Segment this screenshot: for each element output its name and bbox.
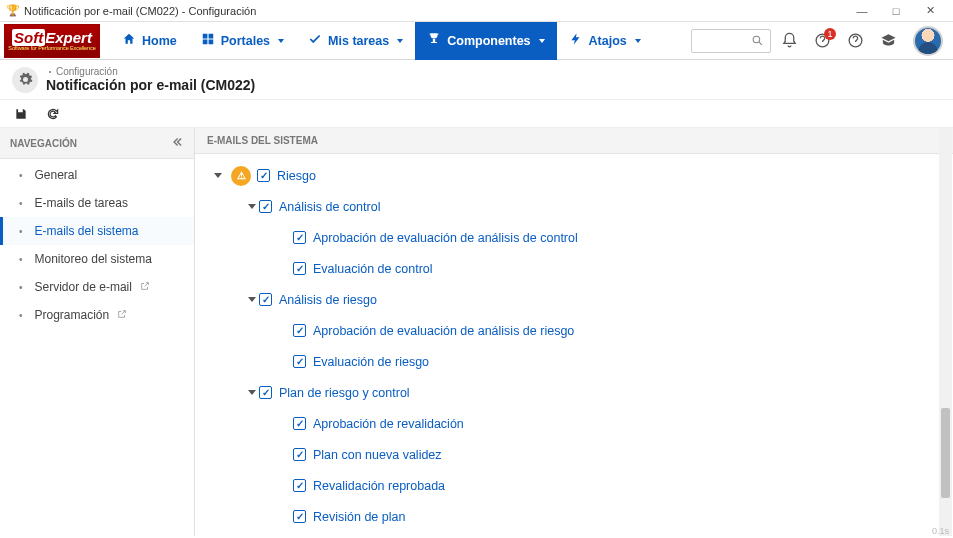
nav-componentes-label: Componentes [447, 34, 530, 48]
portal-icon [201, 32, 215, 49]
nav-atajos-label: Atajos [589, 34, 627, 48]
version-label: 0.1s [932, 526, 949, 536]
tree-label[interactable]: Revisión de plan [313, 510, 405, 524]
window-minimize-button[interactable]: — [845, 1, 879, 21]
tree-leaf-0-0: Aprobación de evaluación de análisis de … [205, 222, 943, 253]
tree-toggle[interactable] [245, 390, 259, 395]
chevron-down-icon [278, 39, 284, 43]
tree-checkbox[interactable] [293, 355, 306, 368]
tree-leaf-2-2: Revalidación reprobada [205, 470, 943, 501]
scrollbar-thumb[interactable] [941, 408, 950, 498]
app-icon: 🏆 [6, 4, 20, 17]
tree-leaf-1-0: Aprobación de evaluación de análisis de … [205, 315, 943, 346]
collapse-icon[interactable] [170, 135, 184, 151]
tree-label[interactable]: Aprobación de evaluación de análisis de … [313, 324, 574, 338]
question-icon[interactable] [847, 32, 864, 49]
tree-checkbox[interactable] [293, 417, 306, 430]
sidebar-item-0[interactable]: General [0, 161, 194, 189]
tree-toggle[interactable] [245, 297, 259, 302]
help-icon[interactable]: 1 [814, 32, 831, 49]
search-input[interactable] [691, 29, 771, 53]
tree-checkbox[interactable] [293, 262, 306, 275]
tree-label[interactable]: Evaluación de riesgo [313, 355, 429, 369]
external-link-icon [117, 309, 127, 321]
page-title: Notificación por e-mail (CM022) [46, 77, 255, 93]
window-title: Notificación por e-mail (CM022) - Config… [24, 5, 845, 17]
nav-portales-label: Portales [221, 34, 270, 48]
sidebar-item-3[interactable]: Monitoreo del sistema [0, 245, 194, 273]
sidebar-item-label: E-mails del sistema [35, 224, 139, 238]
tree-leaf-1-1: Evaluación de riesgo [205, 346, 943, 377]
brand-logo[interactable]: SoftExpert Software for Performance Exce… [4, 24, 100, 58]
sidebar-item-label: Servidor de e-mail [35, 280, 132, 294]
sidebar-item-label: E-mails de tareas [35, 196, 128, 210]
sidebar-item-4[interactable]: Servidor de e-mail [0, 273, 194, 301]
tree-checkbox[interactable] [259, 293, 272, 306]
tree-checkbox[interactable] [293, 448, 306, 461]
search-icon [751, 34, 764, 47]
sidebar-item-5[interactable]: Programación [0, 301, 194, 329]
chevron-down-icon [635, 39, 641, 43]
external-link-icon [140, 281, 150, 293]
nav-componentes[interactable]: Componentes [415, 22, 556, 60]
tree-label[interactable]: Análisis de control [279, 200, 380, 214]
tree-checkbox[interactable] [257, 169, 270, 182]
refresh-button[interactable] [46, 107, 60, 121]
svg-point-3 [49, 71, 51, 73]
page-subheader: Configuración Notificación por e-mail (C… [0, 60, 953, 100]
sidebar-item-label: Programación [35, 308, 110, 322]
tree-label[interactable]: Evaluación de control [313, 262, 433, 276]
tree-toggle[interactable] [245, 204, 259, 209]
grad-cap-icon[interactable] [880, 32, 897, 49]
window-titlebar: 🏆 Notificación por e-mail (CM022) - Conf… [0, 0, 953, 22]
tree-checkbox[interactable] [259, 386, 272, 399]
home-icon [122, 32, 136, 49]
window-maximize-button[interactable]: □ [879, 1, 913, 21]
vertical-scrollbar[interactable] [939, 128, 952, 536]
tree-label[interactable]: Plan con nueva validez [313, 448, 442, 462]
main-header: E-MAILS DEL SISTEMA [195, 128, 953, 154]
sidebar-header: NAVEGACIÓN [0, 128, 194, 159]
tree-group-0: Análisis de control [205, 191, 943, 222]
sidebar-item-label: General [35, 168, 78, 182]
nav-portales[interactable]: Portales [189, 22, 296, 60]
check-icon [308, 32, 322, 49]
sidebar-item-1[interactable]: E-mails de tareas [0, 189, 194, 217]
user-avatar[interactable] [913, 26, 943, 56]
bolt-icon [569, 32, 583, 49]
sidebar-item-label: Monitoreo del sistema [35, 252, 152, 266]
tree-label[interactable]: Revalidación reprobada [313, 479, 445, 493]
nav-home-label: Home [142, 34, 177, 48]
tree-checkbox[interactable] [293, 324, 306, 337]
bell-icon[interactable] [781, 32, 798, 49]
gear-small-icon [46, 68, 54, 76]
tree-label[interactable]: Análisis de riesgo [279, 293, 377, 307]
window-close-button[interactable]: ✕ [913, 1, 947, 21]
save-button[interactable] [14, 107, 28, 121]
tree-checkbox[interactable] [293, 479, 306, 492]
sidebar-item-2[interactable]: E-mails del sistema [0, 217, 194, 245]
sidebar: NAVEGACIÓN GeneralE-mails de tareasE-mai… [0, 128, 195, 536]
nav-atajos[interactable]: Atajos [557, 22, 653, 60]
tree-leaf-0-1: Evaluación de control [205, 253, 943, 284]
tree-label[interactable]: Aprobación de evaluación de análisis de … [313, 231, 578, 245]
tree-checkbox[interactable] [259, 200, 272, 213]
tree-group-1: Análisis de riesgo [205, 284, 943, 315]
tree-group-2: Plan de riesgo y control [205, 377, 943, 408]
tree-label[interactable]: Riesgo [277, 169, 316, 183]
tree-label[interactable]: Plan de riesgo y control [279, 386, 410, 400]
breadcrumb[interactable]: Configuración [46, 66, 255, 77]
tree-leaf-2-3: Revisión de plan [205, 501, 943, 532]
nav-home[interactable]: Home [110, 22, 189, 60]
tree-checkbox[interactable] [293, 510, 306, 523]
toolbar [0, 100, 953, 128]
tree-checkbox[interactable] [293, 231, 306, 244]
risk-icon: ⚠ [231, 166, 251, 186]
nav-mistareas[interactable]: Mis tareas [296, 22, 415, 60]
tree-leaf-2-1: Plan con nueva validez [205, 439, 943, 470]
tree-toggle[interactable] [211, 173, 225, 178]
chevron-down-icon [539, 39, 545, 43]
gear-icon [12, 67, 38, 93]
tree-label[interactable]: Aprobación de revalidación [313, 417, 464, 431]
svg-point-0 [753, 36, 760, 43]
